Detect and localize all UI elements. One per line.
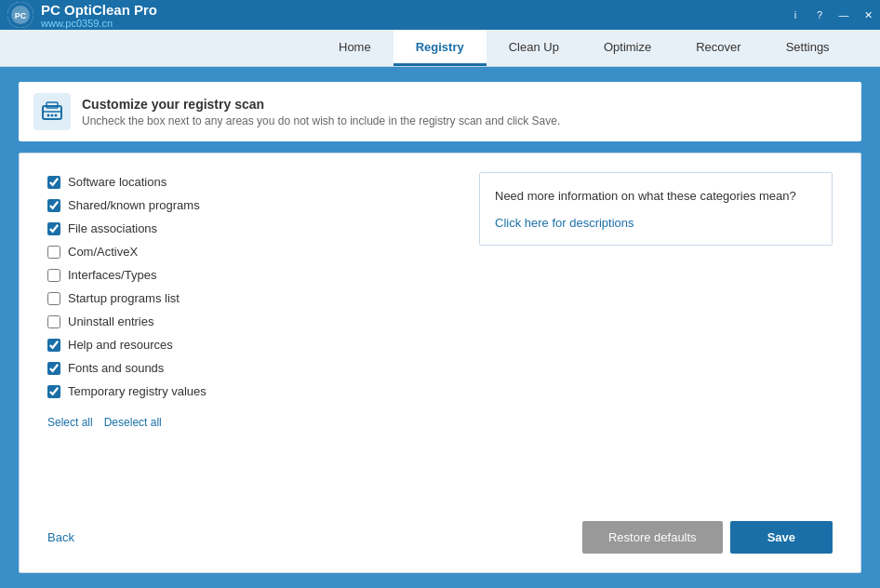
svg-point-8	[55, 114, 58, 117]
main-content: Customize your registry scan Uncheck the…	[0, 67, 880, 588]
select-all-link[interactable]: Select all	[47, 416, 93, 429]
tab-cleanup[interactable]: Clean Up	[487, 30, 581, 66]
action-buttons: Restore defaults Save	[582, 521, 833, 554]
info-box: Need more information on what these cate…	[479, 172, 833, 246]
nav-bar: Home Registry Clean Up Optimize Recover …	[0, 30, 880, 67]
descriptions-link[interactable]: Click here for descriptions	[495, 216, 634, 230]
header-icon	[33, 93, 71, 130]
tab-settings[interactable]: Settings	[764, 30, 852, 66]
checkbox-file-associations[interactable]: File associations	[47, 219, 479, 238]
app-title: PC OptiClean Pro	[41, 2, 157, 18]
checkbox-interfaces-types[interactable]: Interfaces/Types	[47, 265, 479, 285]
checkbox-temp-registry[interactable]: Temporary registry values	[47, 381, 479, 401]
minimize-button[interactable]: —	[832, 0, 856, 30]
checkbox-com-activex[interactable]: Com/ActiveX	[47, 242, 479, 261]
info-button[interactable]: i	[783, 0, 807, 30]
restore-defaults-button[interactable]: Restore defaults	[582, 521, 723, 554]
panel-body: Software locations Shared/known programs…	[47, 172, 833, 506]
svg-point-6	[47, 114, 50, 117]
window-controls: i ? — ✕	[783, 0, 880, 30]
checkbox-startup-programs[interactable]: Startup programs list	[47, 288, 479, 308]
title-bar: PC PC OptiClean Pro www.pc0359.cn i ? — …	[0, 0, 880, 30]
header-panel: Customize your registry scan Uncheck the…	[19, 82, 861, 141]
deselect-all-link[interactable]: Deselect all	[104, 416, 162, 429]
checkbox-uninstall-entries[interactable]: Uninstall entries	[47, 312, 479, 331]
tab-optimize[interactable]: Optimize	[581, 30, 673, 66]
select-links: Select all Deselect all	[47, 416, 479, 429]
close-button[interactable]: ✕	[856, 0, 880, 30]
bottom-actions: Back Restore defaults Save	[47, 521, 833, 554]
header-description: Uncheck the box next to any areas you do…	[82, 114, 560, 127]
header-title: Customize your registry scan	[82, 97, 560, 112]
info-text: Need more information on what these cate…	[495, 188, 817, 205]
checkbox-shared-programs[interactable]: Shared/known programs	[47, 195, 479, 215]
tab-registry[interactable]: Registry	[393, 30, 487, 66]
tab-recover[interactable]: Recover	[673, 30, 763, 66]
app-subtitle: www.pc0359.cn	[41, 18, 157, 29]
app-logo: PC	[7, 2, 33, 28]
checkbox-software-locations[interactable]: Software locations	[47, 172, 479, 192]
checkbox-help-resources[interactable]: Help and resources	[47, 335, 479, 354]
checkboxes-section: Software locations Shared/known programs…	[47, 172, 479, 506]
checkbox-fonts-sounds[interactable]: Fonts and sounds	[47, 358, 479, 378]
save-button[interactable]: Save	[730, 521, 833, 554]
app-branding: PC PC OptiClean Pro www.pc0359.cn	[7, 2, 157, 29]
tab-home[interactable]: Home	[316, 30, 393, 66]
scan-panel: Software locations Shared/known programs…	[19, 153, 861, 573]
help-button[interactable]: ?	[807, 0, 832, 30]
header-text: Customize your registry scan Uncheck the…	[82, 97, 560, 127]
svg-point-7	[51, 114, 54, 117]
back-link[interactable]: Back	[47, 530, 74, 544]
svg-text:PC: PC	[15, 11, 27, 20]
